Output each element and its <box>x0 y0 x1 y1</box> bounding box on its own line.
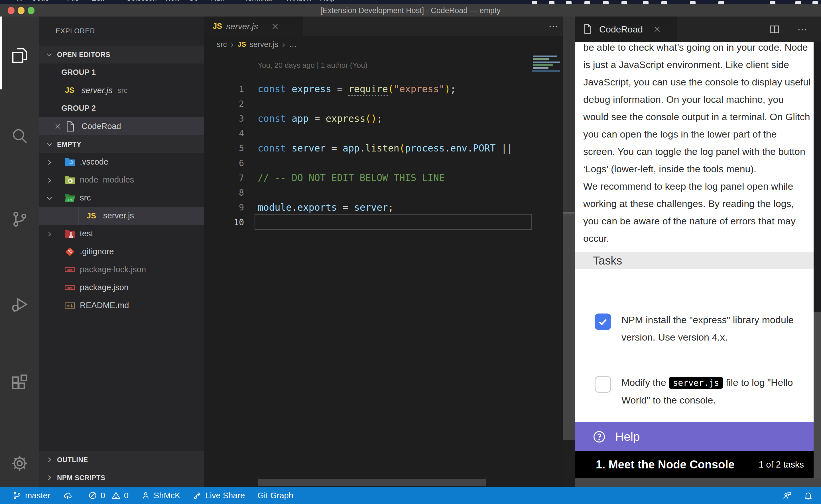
task-item: Modify the server.js file to log "HelloW… <box>595 374 793 409</box>
statusbar-item-sync-changes[interactable] <box>63 491 75 500</box>
statusbar-item-warnings-count[interactable]: 0 <box>111 491 128 500</box>
statusbar-item-git-graph[interactable]: Git Graph <box>258 491 293 500</box>
menu-item-go[interactable]: Go <box>188 0 198 3</box>
section-open-editors[interactable]: OPEN EDITORS <box>39 46 204 63</box>
close-tab-icon[interactable] <box>653 25 661 33</box>
editor-horizontal-scrollbar[interactable] <box>258 479 486 486</box>
chevron-right-icon <box>46 159 53 166</box>
help-label: Help <box>615 430 640 444</box>
chevron-right-icon <box>46 474 53 482</box>
tree-item--vscode[interactable]: .vscode <box>39 153 204 171</box>
tab-label: CodeRoad <box>599 24 643 35</box>
unchecked-checkbox[interactable] <box>595 376 611 393</box>
tree-item-label: README.md <box>80 301 129 310</box>
editor-vertical-scrollbar[interactable] <box>563 17 575 487</box>
webview-scrollbar-thumb[interactable] <box>814 42 821 312</box>
minimap[interactable] <box>532 56 562 90</box>
menu-item-run[interactable]: Run <box>211 0 225 3</box>
section-npm-scripts[interactable]: NPM SCRIPTS <box>39 469 204 487</box>
statusbar-item-feedback[interactable] <box>771 491 792 500</box>
explorer-icon[interactable] <box>11 46 29 65</box>
task-line: NPM install the "express" library module <box>622 311 794 329</box>
menubar-status-icon[interactable] <box>770 1 775 4</box>
tab-coderoad[interactable]: CodeRoad <box>575 17 677 42</box>
apple-menu-icon[interactable]: ⌘ <box>16 0 23 3</box>
chevron-right-icon <box>46 177 53 184</box>
panel-more-actions-icon[interactable]: ⋯ <box>797 24 808 35</box>
menubar-status-icon[interactable] <box>812 1 818 4</box>
svg-text:npm: npm <box>67 286 73 289</box>
section-label: OUTLINE <box>57 456 88 464</box>
close-tab-icon[interactable] <box>271 22 279 30</box>
menubar-status-icon[interactable] <box>622 1 627 4</box>
menubar-status-icon[interactable] <box>718 1 724 4</box>
tree-item-package-json[interactable]: npmpackage.json <box>39 279 204 297</box>
section-outline[interactable]: OUTLINE <box>39 451 204 469</box>
menubar-status-icon[interactable] <box>603 1 608 4</box>
code-token: . <box>360 143 365 154</box>
split-editor-icon[interactable] <box>769 24 780 34</box>
menubar-status-icon[interactable] <box>661 1 667 4</box>
code-token: = <box>326 143 343 154</box>
tree-item-README-md[interactable]: MREADME.md <box>39 297 204 315</box>
tree-item--gitignore[interactable]: .gitignore <box>39 243 204 261</box>
statusbar-item-errors-count[interactable]: 0 <box>88 491 105 500</box>
open-editor-item-coderoad[interactable]: CodeRoad <box>39 117 204 135</box>
menubar-status-icon[interactable] <box>549 1 554 4</box>
gitlens-blame-annotation: You, 20 days ago | 1 author (You) <box>258 61 367 70</box>
menubar-status-icon[interactable] <box>643 1 649 4</box>
search-icon[interactable] <box>11 127 29 145</box>
help-bar[interactable]: Help <box>575 422 814 451</box>
breadcrumb-item-src[interactable]: src <box>217 40 227 49</box>
statusbar-item-notifications[interactable] <box>792 491 813 500</box>
feedback-person-icon <box>782 491 792 500</box>
menu-item-window[interactable]: Window <box>285 0 312 3</box>
menubar-status-icon[interactable] <box>584 1 590 4</box>
tree-item-server-js[interactable]: JSserver.js <box>39 207 204 225</box>
task-text-part: version. Use version 4.x. <box>622 332 728 343</box>
settings-gear-icon[interactable] <box>11 454 29 472</box>
breadcrumb-item-symbol[interactable]: … <box>289 40 297 49</box>
open-editor-item-server-js[interactable]: JSserver.jssrc <box>39 81 204 99</box>
section-label: OPEN EDITORS <box>57 51 110 59</box>
tab-server-js[interactable]: JS server.js <box>204 17 303 36</box>
code-token: ( <box>388 83 394 95</box>
webview-scrollbar-track[interactable] <box>814 312 821 478</box>
tree-item-node_modules[interactable]: jsnode_modules <box>39 171 204 189</box>
tree-item-package-lock-json[interactable]: npmpackage-lock.json <box>39 261 204 279</box>
code-line-5: 5const server = app.listen(process.env.P… <box>204 141 575 156</box>
menu-item-terminal[interactable]: Terminal <box>244 0 272 3</box>
extensions-icon[interactable] <box>11 373 29 392</box>
window-title-bar[interactable]: [Extension Development Host] - CodeRoad … <box>0 4 821 17</box>
menu-item-edit[interactable]: Edit <box>91 0 104 3</box>
menubar-status-icon[interactable] <box>690 1 696 4</box>
run-debug-icon[interactable] <box>11 296 29 314</box>
checked-checkbox[interactable] <box>595 314 611 330</box>
editor-more-actions-icon[interactable]: ⋯ <box>548 21 559 32</box>
npm-icon: npm <box>64 283 75 292</box>
menu-item-help[interactable]: Help <box>320 0 335 3</box>
tree-item-label: server.js <box>103 211 134 220</box>
code-token: ; <box>388 202 394 213</box>
menubar-status-icon[interactable] <box>795 1 801 4</box>
menu-item-view[interactable]: View <box>164 0 180 3</box>
code-token: = <box>331 83 348 95</box>
tree-item-test[interactable]: test <box>39 225 204 243</box>
lesson-line: We recommend to keep the log panel open … <box>583 178 811 195</box>
statusbar-item-live-share[interactable]: Live Share <box>193 491 245 500</box>
section-workspace-empty[interactable]: EMPTY <box>39 135 204 153</box>
tree-item-src[interactable]: </>src <box>39 189 204 207</box>
close-editor-icon[interactable] <box>54 123 62 130</box>
statusbar-item-branch-indicator[interactable]: master <box>13 491 50 500</box>
task-line: Modify the server.js file to log "Hello <box>622 374 793 392</box>
statusbar-item-liveshare-account[interactable]: ShMcK <box>141 491 180 500</box>
menubar-status-icon[interactable] <box>566 1 571 4</box>
menu-item-code[interactable]: Code <box>31 0 49 3</box>
menubar-status-icon[interactable] <box>532 1 537 4</box>
line-number: 7 <box>204 171 244 185</box>
source-control-icon[interactable] <box>11 210 29 228</box>
breadcrumb-item-file[interactable]: server.js <box>250 40 278 49</box>
menu-item-file[interactable]: File <box>67 0 79 3</box>
menu-item-selection[interactable]: Selection <box>126 0 157 3</box>
lesson-line: be able to check what’s going on in your… <box>583 42 811 56</box>
